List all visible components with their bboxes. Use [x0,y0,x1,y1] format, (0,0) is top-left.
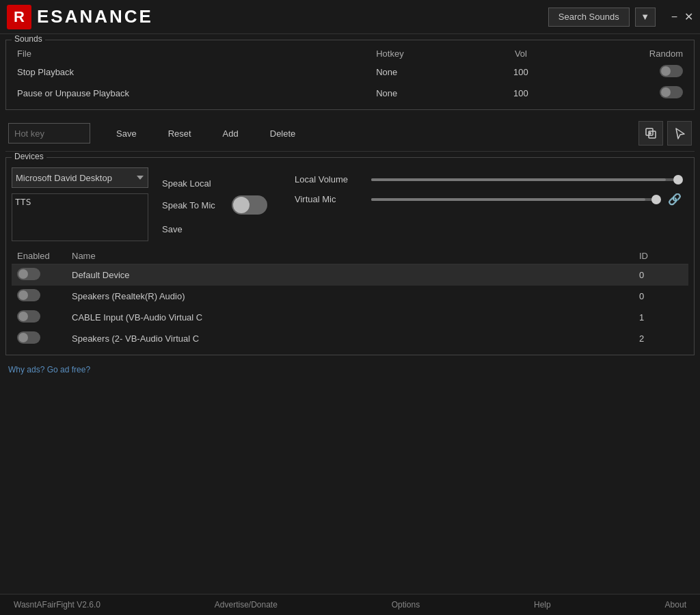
speak-save-button[interactable]: Save [162,221,188,237]
random-toggle[interactable] [660,65,683,77]
sounds-section: Sounds File Hotkey Vol Random Stop Playb… [5,40,695,110]
options-link[interactable]: Options [392,600,420,610]
speak-to-mic-row: Speak To Mic [162,195,267,215]
ads-footer: Why ads? Go ad free? [0,361,700,379]
bottom-bar: Save Reset Add Delete [0,115,700,151]
devices-top: Microsoft David Desktop Speak Local Spea… [12,167,688,241]
virtual-mic-label: Virtual Mic [295,194,363,204]
cursor-icon-button[interactable] [667,121,692,146]
speak-local-label: Speak Local [162,178,224,189]
title-bar: R ESANANCE Search Sounds ▼ − ✕ [0,0,700,34]
device-toggle[interactable] [17,310,40,323]
table-row[interactable]: Stop Playback None 100 [12,62,688,83]
tts-textarea[interactable] [12,193,148,241]
local-volume-row: Local Volume [295,174,682,184]
sound-vol: 100 [483,62,558,83]
window-controls: − ✕ [671,12,693,23]
col-random: Random [558,46,688,62]
hotkey-input[interactable] [8,123,90,144]
advertise-link[interactable]: Advertise/Donate [215,600,278,610]
speak-to-mic-label: Speak To Mic [162,200,224,210]
logo-area: R ESANANCE [7,5,548,29]
app-footer: WasntAFairFight V2.6.0 Advertise/Donate … [0,594,700,615]
device-enabled [12,307,66,328]
local-volume-slider[interactable] [371,178,682,181]
version-label: WasntAFairFight V2.6.0 [14,600,100,610]
icon-buttons [638,121,692,146]
col-file: File [12,46,371,62]
device-id: 0 [634,286,688,307]
save-speak-row: Save [162,221,267,237]
sound-hotkey: None [371,62,483,83]
sound-random [558,62,688,83]
device-enabled [12,328,66,349]
device-toggle[interactable] [17,268,40,280]
device-toggle[interactable] [17,331,40,344]
virtual-mic-slider[interactable] [371,198,660,201]
device-toggle[interactable] [17,289,40,301]
list-item[interactable]: Speakers (Realtek(R) Audio) 0 [12,286,688,307]
col-vol: Vol [483,46,558,62]
device-name: CABLE Input (VB-Audio Virtual C [66,307,634,328]
reset-button[interactable]: Reset [163,126,197,141]
sounds-section-label: Sounds [12,34,45,44]
device-name: Default Device [66,264,634,286]
tts-panel: Microsoft David Desktop [12,167,148,241]
device-select[interactable]: Microsoft David Desktop [12,167,148,188]
list-item[interactable]: CABLE Input (VB-Audio Virtual C 1 [12,307,688,328]
speak-controls: Speak Local Speak To Mic Save [162,167,267,241]
delete-button[interactable]: Delete [265,126,301,141]
sound-file: Stop Playback [12,62,371,83]
add-button[interactable]: Add [217,126,244,141]
random-toggle[interactable] [660,86,683,98]
col-id: ID [634,248,688,264]
sound-file: Pause or Unpause Playback [12,83,371,104]
devices-table: Enabled Name ID Default Device 0 Speaker… [12,248,688,349]
device-name: Speakers (2- VB-Audio Virtual C [66,328,634,349]
import-icon-button[interactable] [638,121,663,146]
link-icon[interactable]: 🔗 [668,193,682,206]
speak-local-row: Speak Local [162,178,267,189]
device-enabled [12,286,66,307]
close-button[interactable]: ✕ [684,12,693,23]
col-enabled: Enabled [12,248,66,264]
search-dropdown[interactable]: ▼ [635,8,656,27]
search-sounds-button[interactable]: Search Sounds [548,8,630,27]
device-id: 2 [634,328,688,349]
device-id: 0 [634,264,688,286]
table-row[interactable]: Pause or Unpause Playback None 100 [12,83,688,104]
sound-hotkey: None [371,83,483,104]
sound-random [558,83,688,104]
title-bar-right: Search Sounds ▼ − ✕ [548,8,693,27]
device-enabled [12,264,66,286]
app-name: ESANANCE [37,6,153,27]
col-name: Name [66,248,634,264]
list-item[interactable]: Default Device 0 [12,264,688,286]
about-link[interactable]: About [665,600,686,610]
sound-vol: 100 [483,83,558,104]
ads-link[interactable]: Why ads? Go ad free? [8,365,90,374]
svg-rect-0 [646,128,653,135]
save-button[interactable]: Save [111,126,142,141]
logo-r-icon: R [7,5,31,29]
speak-to-mic-toggle[interactable] [232,195,267,215]
devices-section: Devices Microsoft David Desktop Speak Lo… [5,157,695,355]
device-name: Speakers (Realtek(R) Audio) [66,286,634,307]
help-link[interactable]: Help [534,600,551,610]
local-volume-label: Local Volume [295,174,363,184]
devices-section-label: Devices [12,152,46,161]
minimize-button[interactable]: − [671,12,677,23]
volume-controls: Local Volume Virtual Mic 🔗 [281,167,688,241]
virtual-mic-row: Virtual Mic 🔗 [295,193,682,206]
device-id: 1 [634,307,688,328]
col-hotkey: Hotkey [371,46,483,62]
sounds-table: File Hotkey Vol Random Stop Playback Non… [12,46,688,104]
list-item[interactable]: Speakers (2- VB-Audio Virtual C 2 [12,328,688,349]
